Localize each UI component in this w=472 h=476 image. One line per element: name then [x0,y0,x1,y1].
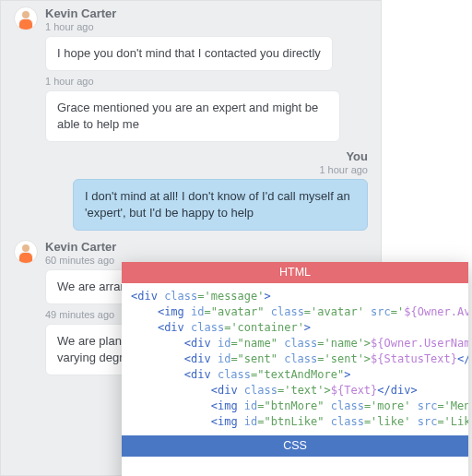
timestamp: 1 hour ago [14,164,368,175]
message-body: Kevin Carter 1 hour ago I hope you don't… [45,6,368,71]
sender-name: Kevin Carter [45,6,368,20]
message-followup: 1 hour ago Grace mentioned you are an ex… [1,73,381,142]
overlay-header-html: HTML [122,262,468,283]
timestamp: 1 hour ago [45,76,368,87]
timestamp: 1 hour ago [45,21,368,32]
avatar-icon[interactable] [14,240,38,264]
message-bubble-you[interactable]: I don't mind at all! I don't know of I'd… [73,179,368,231]
sender-name-you: You [14,149,368,163]
sender-name: Kevin Carter [45,240,368,254]
message-bubble[interactable]: I hope you don't mind that I contacted y… [45,36,333,71]
overlay-header-css: CSS [122,435,468,457]
html-code-block[interactable]: <div class='message'> <img id="avatar" c… [122,283,468,435]
css-code-block[interactable]: .message { font-size: 14px; line-height:… [122,457,468,476]
avatar-col [14,240,45,304]
message-bubble[interactable]: Grace mentioned you are an expert and mi… [45,90,340,142]
message-group-you: You 1 hour ago I don't mind at all! I do… [1,142,381,234]
avatar-icon[interactable] [14,6,38,30]
message-group: Kevin Carter 1 hour ago I hope you don't… [1,1,381,73]
avatar-col [14,6,45,71]
code-overlay: HTML <div class='message'> <img id="avat… [122,262,468,476]
